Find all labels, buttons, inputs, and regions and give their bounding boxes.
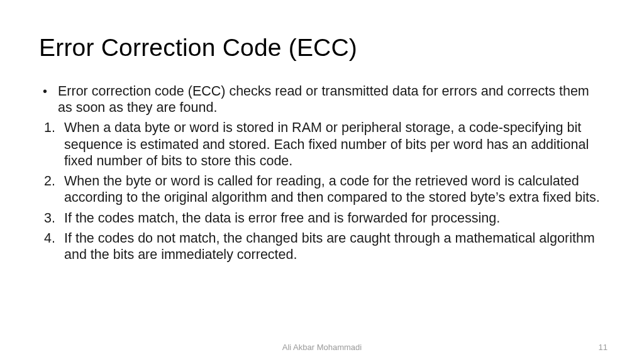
list-text: If the codes match, the data is error fr… xyxy=(64,210,605,226)
list-text: When a data byte or word is stored in RA… xyxy=(64,119,605,169)
list-number: 4. xyxy=(39,230,64,263)
list-item: 1. When a data byte or word is stored in… xyxy=(39,119,605,169)
list-number: 2. xyxy=(39,173,64,206)
intro-bullet: • Error correction code (ECC) checks rea… xyxy=(39,83,605,116)
list-number: 1. xyxy=(39,119,64,169)
list-item: 3. If the codes match, the data is error… xyxy=(39,210,605,226)
intro-text: Error correction code (ECC) checks read … xyxy=(58,83,605,116)
page-number: 11 xyxy=(599,343,608,352)
list-text: When the byte or word is called for read… xyxy=(64,173,605,206)
list-item: 2. When the byte or word is called for r… xyxy=(39,173,605,206)
bullet-icon: • xyxy=(39,83,58,116)
list-item: 4. If the codes do not match, the change… xyxy=(39,230,605,263)
slide-title: Error Correction Code (ECC) xyxy=(39,34,605,62)
list-number: 3. xyxy=(39,210,64,226)
footer-author: Ali Akbar Mohammadi xyxy=(0,343,644,352)
list-text: If the codes do not match, the changed b… xyxy=(64,230,605,263)
slide-content: • Error correction code (ECC) checks rea… xyxy=(39,83,605,263)
slide-body: Error Correction Code (ECC) • Error corr… xyxy=(0,0,644,263)
